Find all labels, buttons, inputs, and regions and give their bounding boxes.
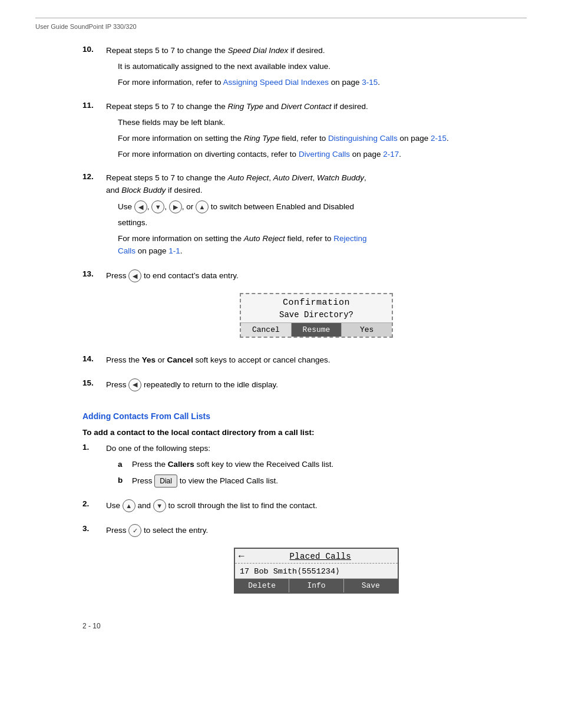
- nav-left-icon: ◀: [134, 200, 147, 213]
- step-12-italic5: Auto Reject: [244, 234, 285, 243]
- link-assigning-speed-dial[interactable]: Assigning Speed Dial Indexes: [223, 78, 329, 87]
- sub-heading: To add a contact to the local contact di…: [82, 428, 527, 437]
- step-12-italic1: Auto Reject: [227, 173, 269, 182]
- step-12-sub1: Use ◀, ▼, ▶, or ▲ to switch between Enab…: [118, 200, 527, 213]
- call-sub-label-a: a: [118, 459, 132, 471]
- step-15: 15. Press ◀ repeatedly to return to the …: [82, 378, 527, 395]
- dialog-cancel-btn[interactable]: Cancel: [241, 323, 292, 337]
- step-12-main: Repeat steps 5 to 7 to change the Auto R…: [106, 172, 527, 197]
- step-14-cancel: Cancel: [167, 355, 193, 364]
- nav-down-icon: ▼: [151, 200, 164, 213]
- call-step-1-main: Do one of the following steps:: [106, 443, 527, 455]
- nav-up-icon: ▲: [196, 200, 209, 213]
- call-step-1-content: Do one of the following steps: a Press t…: [106, 443, 527, 491]
- step-15-num: 15.: [82, 378, 106, 387]
- step-10-sub2: For more information, refer to Assigning…: [118, 77, 527, 89]
- placed-calls-info-btn[interactable]: Info: [289, 579, 343, 592]
- step-12: 12. Repeat steps 5 to 7 to change the Au…: [82, 172, 527, 261]
- call-step-3-content: Press ✓ to select the entry. ← Placed Ca…: [106, 524, 527, 598]
- call-step-2: 2. Use ▲ and ▼ to scroll through the lis…: [82, 499, 527, 516]
- step-14-yes: Yes: [142, 355, 156, 364]
- main-content: 10. Repeat steps 5 to 7 to change the Sp…: [82, 45, 527, 630]
- link-page-2-17[interactable]: 2-17: [383, 150, 399, 159]
- dial-button[interactable]: Dial: [154, 475, 177, 488]
- step-14-num: 14.: [82, 354, 106, 363]
- step-12-sub2: For more information on setting the Auto…: [118, 233, 527, 258]
- page-footer: 2 - 10: [82, 622, 527, 630]
- call-step-1-num: 1.: [82, 443, 106, 452]
- step-11-content: Repeat steps 5 to 7 to change the Ring T…: [106, 101, 527, 164]
- page: User Guide SoundPoint IP 330/320 10. Rep…: [0, 0, 562, 654]
- step-11-italic3: Ring Type: [244, 134, 280, 143]
- confirmation-dialog-wrapper: Confirmation Save Directory? Cancel Resu…: [106, 293, 527, 338]
- step-11-num: 11.: [82, 101, 106, 110]
- nav-back2-icon: ◀: [128, 378, 141, 391]
- callers-btn-label: Callers: [168, 460, 194, 469]
- step-14: 14. Press the Yes or Cancel soft keys to…: [82, 354, 527, 370]
- step-12-italic2: Auto Divert: [273, 173, 313, 182]
- header-bar: User Guide SoundPoint IP 330/320: [35, 18, 527, 31]
- placed-calls-delete-btn[interactable]: Delete: [235, 579, 289, 592]
- step-10: 10. Repeat steps 5 to 7 to change the Sp…: [82, 45, 527, 93]
- step-12-italic3: Watch Buddy: [317, 173, 364, 182]
- nav-up2-icon: ▲: [123, 499, 135, 512]
- confirmation-dialog: Confirmation Save Directory? Cancel Resu…: [240, 293, 393, 338]
- step-11-sub1: These fields may be left blank.: [118, 117, 527, 129]
- call-step-3-main: Press ✓ to select the entry.: [106, 524, 527, 537]
- step-10-sub1: It is automatically assigned to the next…: [118, 61, 527, 73]
- step-10-content: Repeat steps 5 to 7 to change the Speed …: [106, 45, 527, 93]
- call-sub-a-content: Press the Callers soft key to view the R…: [132, 459, 527, 471]
- step-12-content: Repeat steps 5 to 7 to change the Auto R…: [106, 172, 527, 261]
- step-12-num: 12.: [82, 172, 106, 181]
- dialog-resume-btn[interactable]: Resume: [292, 323, 342, 337]
- call-sub-step-b: b Press Dial to view the Placed Calls li…: [118, 475, 527, 488]
- step-12-settings: settings.: [118, 217, 527, 229]
- step-10-italic: Speed Dial Index: [227, 46, 288, 55]
- call-step-3: 3. Press ✓ to select the entry. ← Placed…: [82, 524, 527, 598]
- link-rejecting-calls[interactable]: Rejecting: [333, 234, 366, 243]
- dialog-subtitle: Save Directory?: [241, 309, 392, 322]
- link-page-2-15[interactable]: 2-15: [431, 134, 447, 143]
- step-11-italic1: Ring Type: [227, 102, 263, 111]
- nav-back-icon: ◀: [128, 269, 141, 282]
- call-step-2-num: 2.: [82, 499, 106, 508]
- call-step-1: 1. Do one of the following steps: a Pres…: [82, 443, 527, 491]
- dialog-buttons: Cancel Resume Yes: [241, 322, 392, 337]
- call-step-2-content: Use ▲ and ▼ to scroll through the list t…: [106, 499, 527, 516]
- link-diverting-calls[interactable]: Diverting Calls: [299, 150, 350, 159]
- nav-down2-icon: ▼: [153, 499, 166, 512]
- placed-calls-buttons: Delete Info Save: [235, 578, 398, 592]
- step-11-italic2: Divert Contact: [281, 102, 332, 111]
- step-10-main: Repeat steps 5 to 7 to change the Speed …: [106, 45, 527, 57]
- step-15-main: Press ◀ repeatedly to return to the idle…: [106, 378, 527, 391]
- step-11-sub3: For more information on diverting contac…: [118, 149, 527, 161]
- link-rejecting-calls-2[interactable]: Calls: [118, 246, 135, 255]
- nav-right-icon: ▶: [169, 200, 182, 213]
- call-sub-step-a: a Press the Callers soft key to view the…: [118, 459, 527, 471]
- placed-calls-dialog: ← Placed Calls 17 Bob Smith⟨5551234⟩ Del…: [234, 548, 399, 594]
- call-step-2-main: Use ▲ and ▼ to scroll through the list t…: [106, 499, 527, 512]
- step-13-main: Press ◀ to end contact’s data entry.: [106, 269, 527, 282]
- step-15-content: Press ◀ repeatedly to return to the idle…: [106, 378, 527, 395]
- call-sub-label-b: b: [118, 475, 132, 487]
- dialog-title: Confirmation: [241, 294, 392, 309]
- step-13: 13. Press ◀ to end contact’s data entry.…: [82, 269, 527, 346]
- step-13-num: 13.: [82, 269, 106, 278]
- link-distinguishing-calls[interactable]: Distinguishing Calls: [328, 134, 398, 143]
- nav-check-icon: ✓: [128, 524, 141, 537]
- step-13-content: Press ◀ to end contact’s data entry. Con…: [106, 269, 527, 346]
- placed-calls-save-btn[interactable]: Save: [344, 579, 398, 592]
- link-page-1-1[interactable]: 1-1: [168, 246, 180, 255]
- placed-calls-entry: 17 Bob Smith⟨5551234⟩: [235, 564, 398, 578]
- step-11: 11. Repeat steps 5 to 7 to change the Ri…: [82, 101, 527, 164]
- step-11-sub2: For more information on setting the Ring…: [118, 133, 527, 145]
- link-page-3-15[interactable]: 3-15: [362, 78, 378, 87]
- call-sub-b-content: Press Dial to view the Placed Calls list…: [132, 475, 527, 488]
- call-step-3-num: 3.: [82, 524, 106, 533]
- page-number: 2 - 10: [82, 622, 101, 630]
- section-heading: Adding Contacts From Call Lists: [82, 411, 527, 421]
- step-12-italic4: Block Buddy: [121, 186, 166, 195]
- step-10-num: 10.: [82, 45, 106, 54]
- dialog-yes-btn[interactable]: Yes: [342, 323, 392, 337]
- step-14-content: Press the Yes or Cancel soft keys to acc…: [106, 354, 527, 370]
